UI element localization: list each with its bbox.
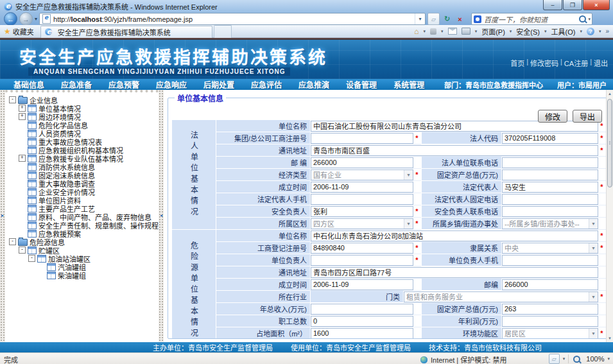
banner-link[interactable]: 首页 — [510, 58, 524, 68]
tree-item[interactable]: -企业信息 — [5, 96, 159, 104]
home-icon[interactable]: ⌂ — [414, 27, 419, 36]
text-input[interactable] — [311, 255, 413, 266]
zoom-dropdown-icon[interactable]: ▾ — [607, 356, 610, 361]
print-icon[interactable] — [462, 28, 471, 35]
nav-tab[interactable]: 应急预警 — [100, 79, 148, 90]
zoom-icon[interactable] — [573, 356, 580, 363]
export-button[interactable]: 导出 — [573, 110, 602, 123]
status-compat-icon[interactable]: ▱ — [549, 354, 560, 364]
close-button[interactable]: × — [583, 0, 610, 10]
text-input[interactable] — [311, 206, 413, 217]
text-input[interactable] — [502, 316, 598, 327]
text-input[interactable] — [311, 133, 413, 144]
select-arrow-icon[interactable]: ▼ — [589, 219, 598, 229]
refresh-button[interactable]: ↻ — [442, 13, 453, 24]
select-arrow-icon[interactable]: ▼ — [589, 243, 598, 253]
nav-tab[interactable]: 应急准备 — [53, 79, 100, 90]
favorites-button[interactable]: 收藏夹 — [13, 26, 34, 37]
stop-button[interactable]: × — [454, 13, 465, 24]
select-arrow-icon[interactable]: ▼ — [589, 292, 598, 302]
tree-item[interactable]: 企业安全评价情况 — [5, 187, 159, 196]
browser-tab[interactable]: 安全生产应急救援指挥辅助决策系统 — [40, 26, 212, 38]
rss-icon[interactable] — [430, 28, 436, 35]
tree-item[interactable]: 安全生产责任制、规章制度、操作规程信息 — [5, 221, 159, 229]
nav-tab[interactable]: 应急推演 — [290, 79, 338, 90]
select-control[interactable]: 四方区▼ — [311, 218, 413, 229]
select-control[interactable]: 国有企业▼ — [311, 169, 413, 180]
nav-tab[interactable]: 后期处置 — [195, 79, 243, 90]
nav-tab[interactable]: 应急响应 — [148, 79, 195, 90]
status-compat-dropdown-icon[interactable]: ▾ — [563, 356, 566, 361]
tree-item[interactable]: 柴油罐组 — [5, 271, 159, 279]
text-input[interactable] — [311, 145, 598, 156]
text-input[interactable] — [502, 157, 598, 168]
nav-tab[interactable]: 设备管理 — [338, 79, 385, 90]
expand-icon[interactable]: + — [19, 155, 26, 162]
text-input[interactable] — [502, 182, 598, 193]
splitter-arrow-left-icon[interactable]: ◂ — [159, 212, 164, 218]
mail-icon[interactable] — [448, 28, 457, 35]
text-input[interactable] — [502, 194, 598, 205]
text-input[interactable] — [502, 133, 598, 144]
collapse-icon[interactable]: - — [9, 238, 16, 245]
search-input[interactable]: 百度一下，你就知道 — [484, 14, 577, 24]
url-field[interactable]: http://localhost:90/yjzh/frame/homepage.… — [39, 13, 426, 25]
text-input[interactable] — [311, 182, 413, 193]
select-control[interactable]: --所属乡镇/街道办事处--▼ — [502, 218, 598, 229]
nav-tab[interactable]: 应急评估 — [243, 79, 290, 90]
select-control[interactable]: 中央▼ — [502, 243, 598, 254]
banner-link[interactable]: 修改密码 — [530, 58, 558, 68]
help-icon[interactable]: ? — [587, 28, 594, 35]
text-input[interactable] — [502, 279, 598, 290]
modify-button[interactable]: 修改 — [538, 110, 567, 123]
compatibility-view-button[interactable]: ▱ — [427, 13, 440, 25]
text-input[interactable] — [311, 279, 413, 290]
text-input[interactable] — [311, 157, 413, 168]
select-arrow-icon[interactable]: ▼ — [404, 219, 413, 229]
text-input[interactable] — [502, 169, 598, 180]
favorites-star-icon[interactable]: ★ — [4, 27, 11, 36]
text-input[interactable] — [311, 328, 413, 339]
url-dropdown-icon[interactable]: ▾ — [415, 13, 425, 24]
banner-link[interactable]: CA注册 — [564, 58, 588, 68]
history-dropdown-icon[interactable]: ▾ — [35, 16, 37, 22]
overflow-chevron-icon[interactable]: » — [605, 28, 609, 35]
text-input[interactable] — [311, 243, 413, 254]
select-arrow-icon[interactable]: ▼ — [404, 170, 413, 180]
select-control[interactable]: 居民区▼ — [502, 328, 598, 339]
scroll-thumb[interactable] — [607, 99, 612, 187]
forward-button[interactable]: → — [19, 12, 33, 26]
splitter-arrow-right-icon[interactable]: ▸ — [0, 212, 5, 218]
tree-item[interactable]: 应急救援预案 — [5, 229, 159, 238]
expand-icon[interactable]: + — [19, 105, 26, 112]
rss-dropdown-icon[interactable]: ▾ — [441, 29, 444, 34]
text-input[interactable] — [311, 316, 413, 327]
banner-link[interactable]: 退出 — [594, 58, 608, 68]
home-dropdown-icon[interactable]: ▾ — [424, 29, 426, 34]
scroll-up-icon[interactable]: ▲ — [607, 90, 613, 98]
search-box[interactable]: 百度一下，你就知道 ▾ — [471, 13, 592, 25]
search-icon[interactable] — [579, 15, 586, 22]
expand-icon[interactable]: + — [19, 113, 26, 120]
collapse-icon[interactable]: - — [19, 247, 26, 254]
tools-menu[interactable]: 工具(O) — [551, 26, 576, 37]
nav-tab[interactable]: 系统管理 — [385, 79, 433, 90]
new-tab-stub[interactable] — [214, 25, 232, 38]
maximize-button[interactable]: ❐ — [563, 0, 582, 10]
right-splitter[interactable]: ◂ — [159, 90, 164, 342]
collapse-icon[interactable]: - — [28, 255, 35, 262]
select-arrow-icon[interactable]: ▼ — [589, 329, 598, 338]
back-button[interactable]: ← — [4, 12, 17, 26]
text-input[interactable] — [311, 304, 413, 315]
text-input[interactable] — [311, 267, 598, 278]
page-menu[interactable]: 页面(P) — [481, 26, 505, 37]
select-control[interactable]: 租赁和商务服务业▼ — [404, 291, 598, 302]
text-input[interactable] — [502, 255, 598, 266]
search-dropdown-icon[interactable]: ▾ — [589, 17, 591, 22]
tree-item[interactable]: +单位基本情况 — [5, 104, 159, 112]
security-menu[interactable]: 安全(S) — [516, 26, 540, 37]
text-input[interactable] — [502, 304, 598, 315]
text-input[interactable] — [311, 194, 413, 205]
print-dropdown-icon[interactable]: ▾ — [475, 29, 478, 34]
minimize-button[interactable]: – — [543, 0, 562, 10]
